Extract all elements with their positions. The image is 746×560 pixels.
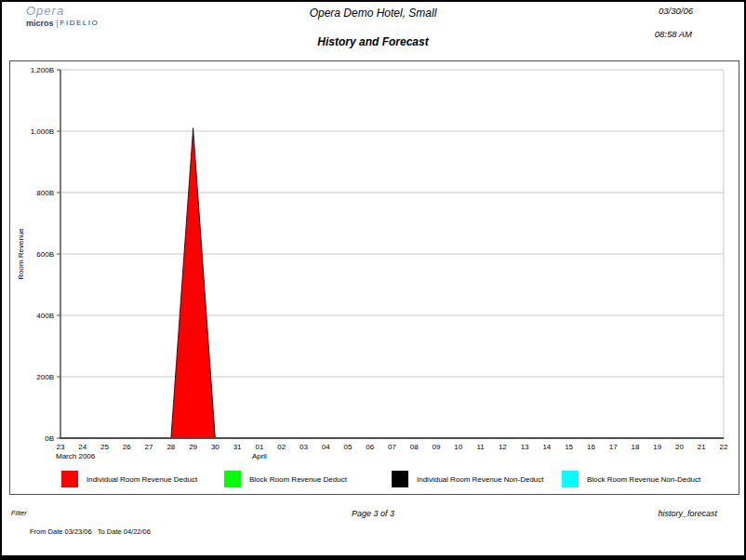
y-tick-label: 600B	[36, 250, 54, 259]
legend-swatch	[61, 471, 78, 487]
legend-item-individual-room-revenue-non-deduct: Individual Room Revenue Non-Deduct	[392, 471, 544, 487]
report-time: 08:58 AM	[655, 29, 692, 39]
x-tick-label: 01	[255, 443, 263, 451]
x-tick-label: 29	[189, 443, 197, 451]
report-file-name: history_forecast	[658, 509, 717, 518]
report-page: Opera micros FIDELIO Opera Demo Hotel, S…	[0, 0, 746, 560]
x-tick-label: 10	[454, 443, 462, 451]
chart-container: 0B200B400B600B800B1,000B1,200B2324252627…	[9, 60, 739, 495]
x-axis-month-label: March 2006	[56, 452, 96, 460]
y-axis-title: Room Revenue	[17, 228, 25, 280]
x-tick-label: 30	[211, 443, 220, 451]
filter-line-dates: From Date 03/23/06 To Date 04/22/06	[30, 527, 393, 537]
x-tick-label: 11	[476, 443, 485, 451]
x-tick-label: 23	[57, 443, 65, 451]
legend-swatch	[224, 471, 241, 487]
y-tick-label: 200B	[36, 373, 54, 381]
legend-swatch	[392, 471, 408, 487]
x-tick-label: 15	[565, 443, 573, 451]
x-tick-label: 21	[698, 443, 706, 451]
report-title: History and Forecast	[2, 35, 744, 48]
x-axis-month-label: April	[252, 452, 267, 460]
chart-legend: Individual Room Revenue DeductBlock Room…	[10, 471, 739, 491]
x-tick-label: 28	[167, 443, 175, 451]
legend-label: Individual Room Revenue Non-Deduct	[417, 475, 544, 484]
x-tick-label: 24	[78, 443, 87, 451]
x-tick-label: 19	[653, 443, 661, 451]
x-tick-label: 12	[499, 443, 507, 451]
legend-item-individual-room-revenue-deduct: Individual Room Revenue Deduct	[61, 471, 197, 487]
y-tick-label: 0B	[45, 434, 54, 443]
history-forecast-chart: 0B200B400B600B800B1,000B1,200B2324252627…	[10, 61, 739, 466]
x-tick-label: 02	[277, 443, 286, 451]
x-tick-label: 14	[542, 443, 551, 451]
x-tick-label: 07	[388, 443, 396, 451]
legend-label: Block Room Revenue Non-Deduct	[587, 475, 700, 484]
legend-label: Block Room Revenue Deduct	[249, 475, 347, 484]
y-tick-label: 1,000B	[31, 127, 54, 136]
x-tick-label: 13	[521, 443, 529, 451]
legend-swatch	[562, 471, 579, 487]
x-tick-label: 03	[300, 443, 308, 451]
report-date: 03/30/06	[659, 6, 693, 16]
y-tick-label: 800B	[36, 189, 54, 197]
legend-label: Individual Room Revenue Deduct	[87, 475, 197, 484]
y-tick-label: 400B	[36, 312, 54, 320]
x-tick-label: 16	[587, 443, 595, 451]
hotel-title: Opera Demo Hotel, Small	[2, 7, 744, 20]
x-tick-label: 08	[410, 443, 419, 451]
x-tick-label: 17	[609, 443, 618, 451]
x-tick-label: 06	[366, 443, 374, 451]
x-tick-label: 31	[233, 443, 242, 451]
legend-item-block-room-revenue-non-deduct: Block Room Revenue Non-Deduct	[562, 471, 700, 487]
x-tick-label: 26	[123, 443, 131, 451]
page-number: Page 3 of 3	[2, 509, 744, 518]
x-tick-label: 27	[145, 443, 153, 451]
filter-line-room-class: Room Class All Room Type All	[30, 555, 393, 560]
x-tick-label: 20	[675, 443, 684, 451]
report-footer: Filter From Date 03/23/06 To Date 04/22/…	[2, 504, 744, 551]
x-tick-label: 09	[433, 443, 441, 451]
x-tick-label: 18	[631, 443, 639, 451]
x-tick-label: 04	[322, 443, 330, 451]
x-tick-label: 25	[100, 443, 109, 451]
y-tick-label: 1,200B	[31, 66, 54, 74]
series-area-individual-room-revenue-deduct	[60, 128, 724, 438]
x-tick-label: 22	[720, 443, 728, 451]
x-tick-label: 05	[344, 443, 353, 451]
logo-divider	[57, 20, 58, 28]
legend-item-block-room-revenue-deduct: Block Room Revenue Deduct	[224, 471, 347, 487]
